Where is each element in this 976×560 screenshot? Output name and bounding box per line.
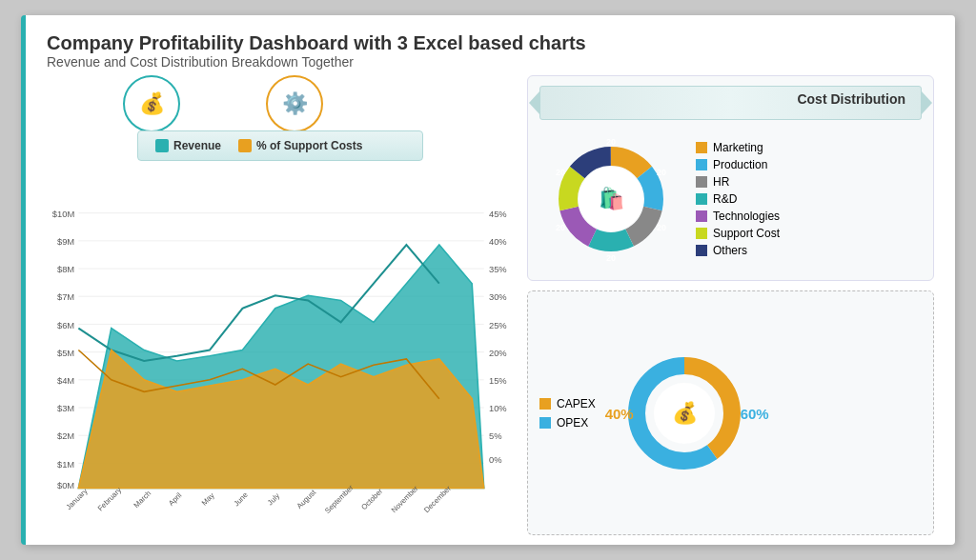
svg-text:💰: 💰 [671,400,698,426]
production-color [696,159,707,170]
svg-text:20: 20 [556,223,565,232]
svg-text:15%: 15% [489,376,507,386]
svg-text:$4M: $4M [57,376,74,386]
capex-opex-legend: CAPEX OPEX [539,397,596,430]
revenue-icon: 💰 [123,75,180,132]
svg-text:10%: 10% [489,404,507,413]
svg-text:June: June [232,490,249,508]
support-dot [238,139,252,152]
legend-banner: Revenue % of Support Costs [137,130,423,161]
opex-pct-label: 60% [741,405,769,421]
cost-donut-chart: 20 20 20 20 20 20 🛍️ [539,128,682,270]
capex-opex-chart: 40% 💰 60% [613,351,756,475]
chart-svg: $10M $9M $8M $7M $6M $5M $4M $3M $2M $1M… [47,163,514,535]
legend-opex: OPEX [539,416,596,430]
rd-color [696,193,707,205]
svg-text:40%: 40% [489,237,507,247]
svg-text:May: May [200,491,216,508]
capex-color [539,398,551,410]
marketing-color [696,142,707,153]
others-color [696,245,707,256]
tech-color [696,210,707,222]
svg-text:🛍️: 🛍️ [599,186,625,211]
legend-support-cost: Support Cost [696,227,780,240]
svg-text:August: August [295,488,318,510]
cost-dist-legend: Marketing Production HR R&D [696,141,780,257]
capex-opex-section: CAPEX OPEX 40% [527,290,934,535]
legend-capex: CAPEX [539,397,596,410]
svg-text:20: 20 [657,223,666,232]
svg-text:March: March [132,489,153,510]
area-chart: $10M $9M $8M $7M $6M $5M $4M $3M $2M $1M… [47,163,514,535]
svg-text:$0M: $0M [57,482,74,491]
legend-rd: R&D [696,192,780,206]
support-cost-color [696,228,707,239]
svg-text:$2M: $2M [57,431,74,441]
svg-text:45%: 45% [489,210,507,219]
svg-text:5%: 5% [489,431,502,441]
svg-text:$8M: $8M [57,265,74,274]
cost-dist-content: 20 20 20 20 20 20 🛍️ [539,128,922,270]
svg-text:25%: 25% [489,321,507,330]
svg-text:$3M: $3M [57,404,74,413]
legend-others: Others [696,244,780,257]
page-title: Company Profitability Dashboard with 3 E… [47,32,934,54]
legend-tech: Technologies [696,210,780,223]
legend-production: Production [696,158,780,171]
page-subtitle: Revenue and Cost Distribution Breakdown … [47,54,934,70]
svg-text:20: 20 [556,168,565,177]
svg-text:$1M: $1M [57,460,74,470]
svg-text:$6M: $6M [57,321,74,330]
dashboard: Company Profitability Dashboard with 3 E… [21,15,955,545]
svg-text:20: 20 [657,168,666,177]
svg-text:0%: 0% [489,455,502,465]
legend-hr: HR [696,175,780,189]
svg-text:$9M: $9M [57,237,74,247]
svg-text:$10M: $10M [52,210,75,219]
svg-text:February: February [96,486,123,512]
svg-text:20%: 20% [489,349,507,358]
left-panel: 💰 ⚙️ Revenue % of Support Costs [47,75,514,535]
right-panel: Cost Distribution [527,75,934,535]
opex-color [539,417,551,429]
svg-text:$5M: $5M [57,349,74,358]
support-icon: ⚙️ [266,75,323,132]
hr-color [696,176,707,188]
svg-text:July: July [266,491,281,507]
svg-text:October: October [359,487,384,511]
capex-pct-label: 40% [605,405,634,421]
svg-text:April: April [167,490,184,508]
svg-text:30%: 30% [489,292,507,302]
svg-text:20: 20 [606,253,616,263]
revenue-dot [155,139,169,152]
cost-dist-title: Cost Distribution [556,91,905,107]
svg-text:$7M: $7M [57,292,74,302]
svg-text:20: 20 [606,137,616,147]
legend-revenue: Revenue [155,139,221,152]
svg-text:35%: 35% [489,265,507,274]
header: Company Profitability Dashboard with 3 E… [47,32,934,70]
legend-support: % of Support Costs [238,139,362,152]
cost-distribution-section: Cost Distribution [527,75,934,281]
legend-marketing: Marketing [696,141,780,154]
legend-area: 💰 ⚙️ Revenue % of Support Costs [47,75,514,161]
content-area: 💰 ⚙️ Revenue % of Support Costs [47,75,934,535]
